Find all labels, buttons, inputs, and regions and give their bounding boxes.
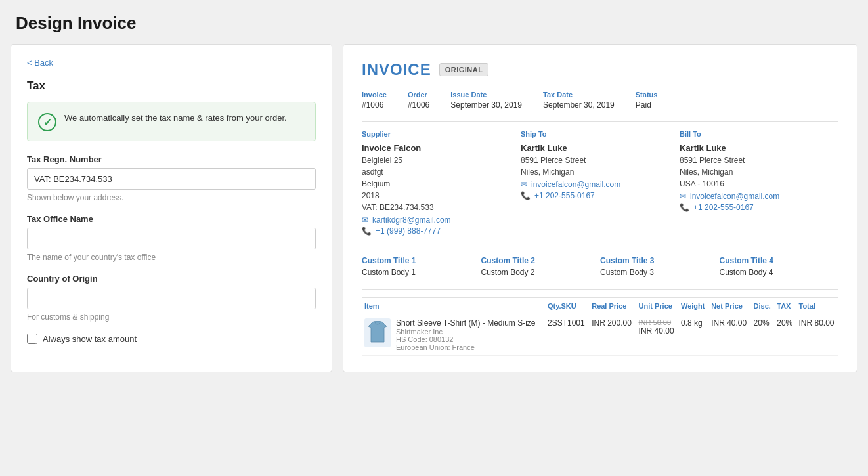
supplier-addr2: asdfgt [362,166,521,178]
country-origin-hint: For customs & shipping [27,313,316,322]
supplier-email-row: ✉ kartikdgr8@gmail.com [362,215,521,225]
col-qty-sku: Qty.SKU [545,298,589,314]
custom-col-4: Custom Title 4 Custom Body 4 [720,256,839,277]
ship-to-addr2: Niles, Michigan [521,166,680,178]
item-qty-sku: 2SST1001 [545,314,589,356]
meta-issue-date: Issue Date September 30, 2019 [450,91,522,110]
custom-body-3: Custom Body 3 [600,268,720,277]
always-show-tax-row: Always show tax amount [27,334,316,344]
bill-to-name: Kartik Luke [680,143,838,153]
tax-regn-input[interactable] [27,168,316,190]
email-icon: ✉ [362,215,368,225]
phone-icon-bill: 📞 [680,203,689,212]
col-net-price: Net Price [708,298,750,314]
supplier-vat: VAT: BE234.734.533 [362,202,521,213]
custom-title-1: Custom Title 1 [362,256,481,265]
item-unit-price: INR 50.00 INR 40.00 [636,314,678,356]
tax-office-hint: The name of your country's tax office [27,253,316,262]
bill-to-email-row: ✉ invoicefalcon@gmail.com [680,192,838,201]
col-disc: Disc. [751,298,775,314]
bill-to-email: invoicefalcon@gmail.com [690,192,779,201]
ship-to-title: Ship To [521,130,680,138]
ship-to-phone: +1 202-555-0167 [534,191,595,200]
meta-invoice: Invoice #1006 [362,91,387,110]
address-section: Supplier Invoice Falcon Belgielei 25 asd… [362,130,838,236]
supplier-addr3: Belgium [362,178,521,190]
meta-tax-date: Tax Date September 30, 2019 [543,91,615,110]
supplier-title: Supplier [362,130,521,138]
col-total: Total [796,298,839,314]
custom-title-4: Custom Title 4 [720,256,839,265]
custom-col-1: Custom Title 1 Custom Body 1 [362,256,481,277]
custom-title-2: Custom Title 2 [481,256,601,265]
tax-regn-hint: Shown below your address. [27,193,316,202]
supplier-addr4: 2018 [362,190,521,202]
left-panel: < Back Tax ✓ We automatically set the ta… [11,44,332,372]
item-disc: 20% [751,314,775,356]
item-cell: Short Sleeve T-Shirt (M) - Medium S-ize … [362,314,545,355]
phone-icon: 📞 [362,227,372,236]
custom-title-3: Custom Title 3 [600,256,720,265]
custom-body-4: Custom Body 4 [720,268,839,277]
custom-body-1: Custom Body 1 [362,268,481,277]
ship-to-email: invoicefalcon@gmail.com [531,180,620,189]
ship-to-name: Kartik Luke [521,143,680,153]
item-origin: European Union: France [396,343,536,351]
auto-tax-info-box: ✓ We automatically set the tax name & ra… [27,102,316,141]
original-badge: ORIGINAL [439,63,489,76]
always-show-tax-checkbox[interactable] [27,334,37,344]
item-details: Short Sleeve T-Shirt (M) - Medium S-ize … [396,318,536,351]
supplier-addr1: Belgielei 25 [362,154,521,166]
col-real-price: Real Price [589,298,636,314]
item-weight: 0.8 kg [678,314,708,356]
invoice-title: INVOICE [362,60,431,79]
invoice-preview: INVOICE ORIGINAL Invoice #1006 Order #10… [343,44,857,372]
item-total: INR 80.00 [796,314,839,356]
custom-body-2: Custom Body 2 [481,268,601,277]
divider-2 [362,248,838,248]
item-image [364,318,391,347]
ship-to-email-row: ✉ invoicefalcon@gmail.com [521,180,680,189]
invoice-header: INVOICE ORIGINAL [362,60,838,79]
bill-to-addr1: 8591 Pierce Street [680,154,838,166]
tax-office-label: Tax Office Name [27,214,316,224]
col-item: Item [362,298,545,314]
col-unit-price: Unit Price [636,298,678,314]
ship-to-addr1: 8591 Pierce Street [521,154,680,166]
item-vendor: Shirtmaker Inc [396,328,536,335]
item-net-price: INR 40.00 [708,314,750,356]
bill-to-phone: +1 202-555-0167 [693,203,754,212]
email-icon-ship: ✉ [521,180,527,189]
custom-col-3: Custom Title 3 Custom Body 3 [600,256,720,277]
meta-order: Order #1006 [408,91,429,110]
bill-to-col: Bill To Kartik Luke 8591 Pierce Street N… [680,130,838,236]
tax-regn-label: Tax Regn. Number [27,154,316,164]
info-box-text: We automatically set the tax name & rate… [64,112,287,125]
unit-price-original: INR 50.00 [639,318,676,326]
table-header-row: Item Qty.SKU Real Price Unit Price Weigh… [362,298,838,314]
bill-to-title: Bill To [680,130,838,138]
col-weight: Weight [678,298,708,314]
supplier-email: kartikdgr8@gmail.com [372,215,451,225]
email-icon-bill: ✉ [680,192,686,201]
tax-office-input[interactable] [27,228,316,249]
country-origin-input[interactable] [27,288,316,309]
col-tax: TAX [774,298,796,314]
bill-to-phone-row: 📞 +1 202-555-0167 [680,203,838,212]
ship-to-col: Ship To Kartik Luke 8591 Pierce Street N… [521,130,680,236]
supplier-phone: +1 (999) 888-7777 [376,227,441,236]
always-show-tax-label: Always show tax amount [43,334,137,344]
item-hs-code: HS Code: 080132 [396,335,536,343]
ship-to-phone-row: 📞 +1 202-555-0167 [521,191,680,200]
meta-status: Status Paid [636,91,658,110]
back-button[interactable]: < Back [27,58,53,68]
item-name: Short Sleeve T-Shirt (M) - Medium S-ize [396,318,536,328]
tax-section-title: Tax [27,79,316,93]
divider-3 [362,289,838,290]
divider-1 [362,121,838,122]
item-tax: 20% [774,314,796,356]
invoice-meta-row: Invoice #1006 Order #1006 Issue Date Sep… [362,91,838,110]
supplier-col: Supplier Invoice Falcon Belgielei 25 asd… [362,130,521,236]
bill-to-addr2: Niles, Michigan [680,166,838,178]
items-table: Item Qty.SKU Real Price Unit Price Weigh… [362,297,838,356]
